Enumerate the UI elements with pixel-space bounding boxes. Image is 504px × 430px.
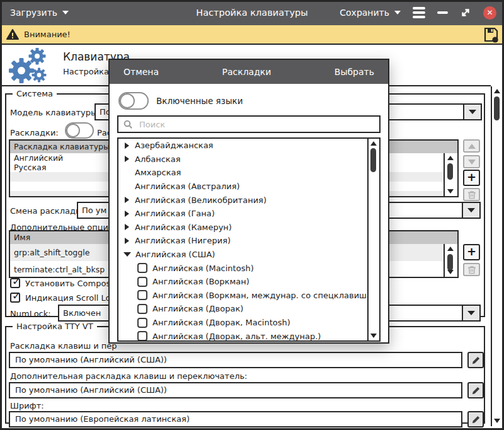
language-group-row[interactable]: Албанская [118,153,379,166]
add-layout-button[interactable]: + [463,170,480,186]
scroll-up-icon[interactable] [370,141,377,146]
arrow-up-icon [468,144,476,149]
enabled-languages-label: Включенные языки [156,96,243,106]
arrow-down-icon [468,160,476,165]
language-list-scrollbar[interactable] [367,139,379,340]
layout-checkbox-row[interactable]: Английская (Дворак, Macintosh) [118,316,379,330]
compose-checkbox-row[interactable]: Установить Compose [10,278,115,288]
layout-checkbox-row[interactable]: Английская (Воркман) [118,275,379,289]
combobox-arrow-button[interactable] [462,306,479,320]
edit-tty-keymap-button[interactable] [467,352,484,368]
checkbox-unchecked-icon[interactable] [137,318,147,328]
checkbox-unchecked-icon[interactable] [137,263,147,273]
scrolllock-checkbox-label: Индикация Scroll Lock [25,293,120,303]
enabled-languages-toggle[interactable] [118,92,149,110]
layouts-toggle[interactable] [65,122,94,139]
layout-label: Английская (Воркман) [152,277,249,286]
language-group-row[interactable]: Азербайджанская [118,139,379,153]
edit-tty-extra-keymap-button[interactable] [467,382,484,398]
checkbox-checked-icon[interactable] [10,278,20,288]
expand-arrow-icon[interactable] [125,197,129,203]
expand-arrow-icon[interactable] [125,211,129,217]
layouts-label: Раскладки: [10,128,59,137]
minimize-icon[interactable] [437,11,448,14]
options-table-scrollbar[interactable] [444,244,457,277]
scroll-down-icon[interactable] [447,270,454,274]
scrollbar-thumb[interactable] [447,163,453,180]
language-group-row[interactable]: Английская (Гана) [118,207,379,221]
expand-arrow-icon[interactable] [125,142,129,149]
save-dropdown-button[interactable]: Сохранить [340,8,401,18]
checkbox-unchecked-icon[interactable] [137,331,147,341]
search-input[interactable] [138,119,374,130]
expand-arrow-icon[interactable] [125,156,129,162]
trash-icon [467,265,476,274]
scroll-down-icon[interactable] [494,419,500,423]
collapse-arrow-icon[interactable] [123,252,131,257]
language-group-row[interactable]: Английская (Камерун) [118,221,379,235]
scroll-up-icon[interactable] [447,156,454,160]
layout-checkbox-row[interactable]: Английская (Дворак, альт. междунар.) [118,329,379,342]
menu-icon[interactable] [413,7,425,18]
checkbox-unchecked-icon[interactable] [137,290,147,300]
search-icon [123,120,133,129]
delete-layout-button[interactable] [463,188,480,201]
layout-checkbox-row[interactable]: Английская (Дворак) [118,302,379,316]
scroll-down-icon[interactable] [447,189,454,194]
language-label: Албанская [135,154,180,164]
titlebar-actions: Сохранить ✕ [340,0,496,25]
combobox-arrow-button[interactable] [462,203,479,218]
keyboard-model-label: Модель клавиатуры: [10,108,100,117]
language-group-row[interactable]: Английская (Великобритания) [118,193,379,207]
warning-bar: Внимание! [0,25,504,45]
language-label: Английская (США) [135,250,215,259]
delete-option-button[interactable] [463,263,480,276]
language-group-row-expanded[interactable]: Английская (США) [118,248,379,262]
resize-icon[interactable] [460,7,471,18]
cancel-button[interactable]: Отмена [123,67,159,77]
close-icon[interactable]: ✕ [483,6,496,20]
scrolllock-checkbox-row[interactable]: Индикация Scroll Lock [10,293,120,303]
warning-icon [6,29,19,40]
layouts-dialog-header: Отмена Раскладки Выбрать [110,60,388,84]
numlock-label: NumLock: [10,309,51,318]
combobox-arrow-button[interactable] [463,105,481,119]
scroll-up-icon[interactable] [494,89,500,93]
move-up-button[interactable] [463,139,480,153]
chevron-down-icon [467,311,475,315]
main-scrollbar[interactable] [491,86,502,426]
layout-table-scrollbar[interactable] [444,153,457,196]
scrollbar-thumb[interactable] [370,148,376,172]
language-row[interactable]: Английская (Австралия) [118,180,379,194]
expand-arrow-icon[interactable] [125,224,129,230]
edit-tty-font-button[interactable] [467,411,484,427]
pencil-icon [471,386,481,395]
language-label: Английская (Нигерия) [135,236,231,245]
plus-icon: + [467,171,476,183]
scrollbar-thumb[interactable] [494,96,500,120]
plus-icon: + [467,246,476,257]
add-option-button[interactable]: + [463,244,480,260]
scroll-up-icon[interactable] [447,247,454,251]
system-group-legend: Система [13,89,57,98]
tty-extra-keymap-value: По умолчанию (Английский (США)) [9,382,462,398]
language-label: Азербайджанская [135,141,213,150]
save-icon[interactable] [483,26,499,43]
move-down-button[interactable] [463,155,480,168]
layouts-dialog: Отмена Раскладки Выбрать Включенные язык… [108,59,389,344]
layout-checkbox-row[interactable]: Английская (Воркман, междунар. со спецкл… [118,289,379,303]
scrollbar-thumb[interactable] [447,254,453,270]
checkbox-unchecked-icon[interactable] [137,304,147,314]
toggle-knob [120,93,135,108]
checkbox-checked-icon[interactable] [10,293,20,303]
checkbox-unchecked-icon[interactable] [137,277,147,287]
layout-checkbox-row[interactable]: Английская (Macintosh) [118,261,379,275]
language-row[interactable]: Амхарская [118,166,379,180]
trash-icon [467,190,476,199]
scroll-down-icon[interactable] [370,334,377,338]
language-group-row[interactable]: Английская (Нигерия) [118,234,379,248]
titlebar: Загрузить Настройка клавиатуры Сохранить… [0,0,504,25]
expand-arrow-icon[interactable] [125,238,129,244]
select-button[interactable]: Выбрать [335,67,374,77]
enabled-languages-row: Включенные языки [118,92,379,110]
